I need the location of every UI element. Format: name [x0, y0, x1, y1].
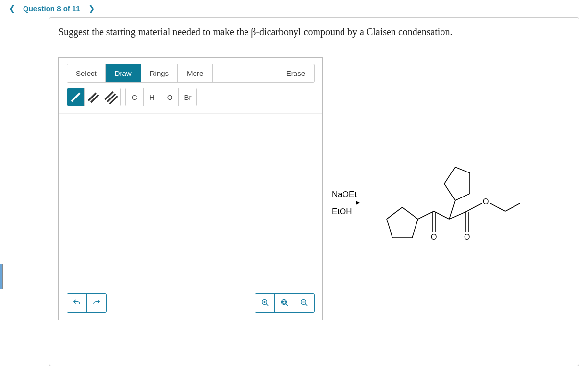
reaction-conditions: NaOEt EtOH — [332, 190, 359, 217]
reagent-top: NaOEt — [332, 190, 357, 199]
svg-line-30 — [505, 203, 520, 211]
svg-line-20 — [434, 211, 449, 219]
svg-line-5 — [109, 96, 117, 104]
prev-question-arrow[interactable]: ❮ — [7, 4, 17, 13]
svg-text:O: O — [431, 233, 437, 241]
element-h[interactable]: H — [144, 88, 161, 106]
svg-line-4 — [107, 94, 115, 102]
svg-line-23 — [449, 211, 467, 219]
bond-double[interactable] — [85, 88, 102, 106]
svg-line-7 — [266, 304, 268, 306]
product-structure: O O O — [372, 155, 529, 265]
tab-rings[interactable]: Rings — [141, 64, 178, 82]
svg-text:O: O — [464, 233, 470, 241]
question-card: Suggest the starting material needed to … — [49, 17, 579, 366]
toolbar-tabs: Select Draw Rings More Erase — [59, 58, 322, 83]
svg-line-29 — [490, 203, 505, 211]
element-group: C H O Br — [125, 88, 197, 106]
zoom-reset-button[interactable] — [275, 294, 294, 312]
zoom-out-button[interactable] — [294, 294, 314, 312]
drawing-canvas[interactable] — [59, 114, 322, 300]
zoom-in-button[interactable] — [255, 294, 275, 312]
question-counter: Question 8 of 11 — [23, 4, 80, 13]
bond-single[interactable] — [67, 88, 85, 106]
tab-draw[interactable]: Draw — [106, 64, 141, 82]
side-indicator — [0, 264, 3, 289]
redo-button[interactable] — [87, 294, 106, 312]
svg-line-21 — [449, 200, 455, 219]
element-o[interactable]: O — [161, 88, 179, 106]
element-br[interactable]: Br — [179, 88, 196, 106]
svg-line-13 — [305, 304, 307, 306]
bond-group — [67, 88, 121, 106]
tab-select[interactable]: Select — [67, 64, 106, 82]
content-row: Select Draw Rings More Erase — [58, 57, 570, 320]
reagent-bottom: EtOH — [332, 207, 352, 217]
svg-line-16 — [418, 211, 434, 219]
drawing-panel: Select Draw Rings More Erase — [58, 57, 323, 320]
svg-line-11 — [286, 304, 288, 306]
zoom-group — [255, 293, 315, 313]
molecule-svg: O O O — [372, 155, 529, 263]
reaction-arrow-icon — [332, 203, 359, 203]
svg-marker-22 — [444, 167, 470, 200]
tab-more[interactable]: More — [178, 64, 213, 82]
undo-redo-group — [67, 293, 107, 313]
svg-line-3 — [105, 92, 113, 99]
tab-erase[interactable]: Erase — [277, 64, 314, 82]
top-nav: ❮ Question 8 of 11 ❯ — [0, 0, 588, 17]
svg-text:O: O — [483, 197, 489, 206]
svg-line-0 — [72, 93, 80, 101]
bond-triple[interactable] — [102, 88, 120, 106]
svg-marker-15 — [387, 207, 418, 238]
svg-line-27 — [467, 203, 482, 211]
toolbar-buttons: C H O Br — [59, 83, 322, 114]
element-c[interactable]: C — [126, 88, 144, 106]
tool-tab-group: Select Draw Rings More Erase — [67, 64, 315, 83]
question-prompt: Suggest the starting material needed to … — [58, 26, 570, 38]
next-question-arrow[interactable]: ❯ — [86, 4, 97, 13]
bottom-toolbar — [67, 293, 315, 313]
undo-button[interactable] — [67, 294, 87, 312]
